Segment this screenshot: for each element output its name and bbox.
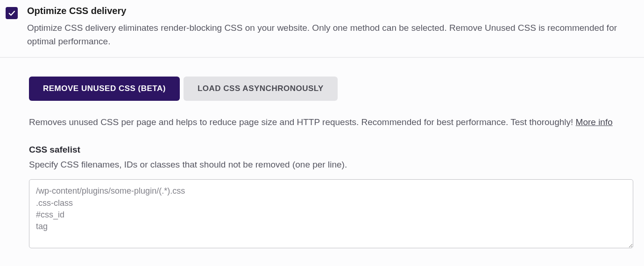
css-safelist-textarea[interactable] bbox=[29, 179, 633, 248]
tab-load-css-async[interactable]: LOAD CSS ASYNCHRONOUSLY bbox=[184, 77, 338, 101]
setting-text-block: Optimize CSS delivery Optimize CSS deliv… bbox=[27, 6, 638, 49]
css-delivery-tabs: REMOVE UNUSED CSS (BETA) LOAD CSS ASYNCH… bbox=[29, 77, 638, 101]
tab-description-text: Removes unused CSS per page and helps to… bbox=[29, 117, 576, 127]
more-info-link[interactable]: More info bbox=[576, 117, 613, 127]
tab-remove-unused-css[interactable]: REMOVE UNUSED CSS (BETA) bbox=[29, 77, 180, 101]
tab-description: Removes unused CSS per page and helps to… bbox=[29, 116, 638, 129]
setting-description: Optimize CSS delivery eliminates render-… bbox=[27, 21, 638, 49]
css-safelist-title: CSS safelist bbox=[29, 145, 638, 155]
optimize-css-checkbox[interactable] bbox=[6, 7, 18, 19]
setting-title: Optimize CSS delivery bbox=[27, 6, 638, 16]
check-icon bbox=[7, 9, 16, 17]
css-safelist-description: Specify CSS filenames, IDs or classes th… bbox=[29, 160, 638, 170]
